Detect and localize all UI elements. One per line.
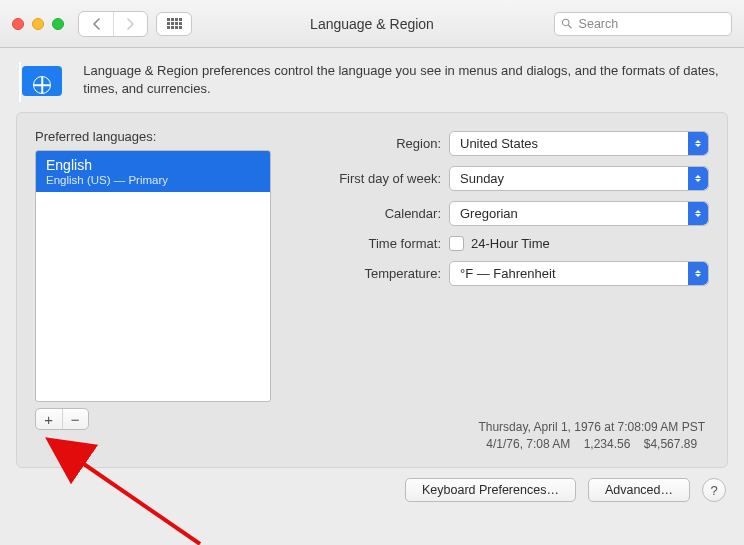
remove-language-button[interactable]: − (62, 409, 89, 429)
nav-back-forward (78, 11, 148, 37)
temperature-label: Temperature: (297, 266, 449, 281)
header-description-row: Language & Region preferences control th… (0, 48, 744, 112)
main-panel: Preferred languages: English English (US… (16, 112, 728, 468)
temperature-value: °F — Fahrenheit (460, 266, 556, 281)
preferred-languages-list[interactable]: English English (US) — Primary (35, 150, 271, 402)
region-settings: Region: United States First day of week:… (297, 129, 709, 430)
format-sample-line1: Thursday, April 1, 1976 at 7:08:09 AM PS… (478, 419, 705, 436)
grid-icon (167, 18, 182, 29)
search-input[interactable] (579, 17, 725, 31)
title-bar: Language & Region (0, 0, 744, 48)
language-item[interactable]: English English (US) — Primary (36, 151, 270, 192)
stepper-icon (688, 202, 708, 225)
format-sample-line2: 4/1/76, 7:08 AM 1,234.56 $4,567.89 (478, 436, 705, 453)
add-language-button[interactable]: + (36, 409, 62, 429)
first-day-popup[interactable]: Sunday (449, 166, 709, 191)
first-day-label: First day of week: (297, 171, 449, 186)
format-sample: Thursday, April 1, 1976 at 7:08:09 AM PS… (478, 419, 705, 453)
bottom-button-bar: Keyboard Preferences… Advanced… ? (0, 468, 744, 502)
add-remove-control: + − (35, 408, 89, 430)
show-all-button[interactable] (156, 12, 192, 36)
first-day-value: Sunday (460, 171, 504, 186)
stepper-icon (688, 262, 708, 285)
preferred-languages-label: Preferred languages: (35, 129, 271, 144)
calendar-value: Gregorian (460, 206, 518, 221)
svg-line-1 (568, 25, 571, 28)
back-button[interactable] (79, 12, 113, 36)
search-field[interactable] (554, 12, 732, 36)
stepper-icon (688, 132, 708, 155)
keyboard-preferences-button[interactable]: Keyboard Preferences… (405, 478, 576, 502)
language-sub: English (US) — Primary (46, 174, 260, 186)
close-window-button[interactable] (12, 18, 24, 30)
time-format-checkbox[interactable] (449, 236, 464, 251)
advanced-button[interactable]: Advanced… (588, 478, 690, 502)
language-name: English (46, 157, 260, 173)
language-region-icon (22, 62, 65, 102)
help-button[interactable]: ? (702, 478, 726, 502)
preferred-languages-section: Preferred languages: English English (US… (35, 129, 271, 430)
region-popup[interactable]: United States (449, 131, 709, 156)
window-controls (12, 18, 64, 30)
time-format-label: Time format: (297, 236, 449, 251)
search-icon (561, 17, 573, 30)
maximize-window-button[interactable] (52, 18, 64, 30)
stepper-icon (688, 167, 708, 190)
forward-button[interactable] (113, 12, 147, 36)
header-description: Language & Region preferences control th… (83, 62, 722, 97)
calendar-popup[interactable]: Gregorian (449, 201, 709, 226)
region-value: United States (460, 136, 538, 151)
region-label: Region: (297, 136, 449, 151)
temperature-popup[interactable]: °F — Fahrenheit (449, 261, 709, 286)
time-format-value: 24-Hour Time (471, 236, 550, 251)
calendar-label: Calendar: (297, 206, 449, 221)
minimize-window-button[interactable] (32, 18, 44, 30)
